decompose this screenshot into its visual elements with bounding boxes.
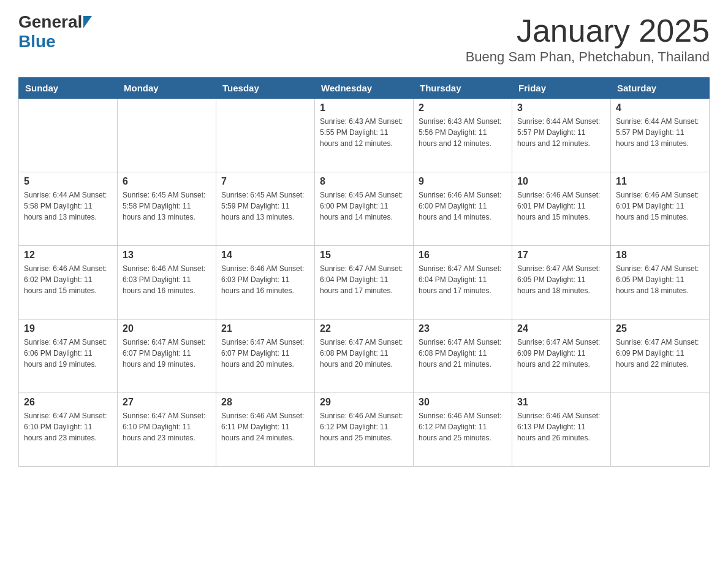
- logo: General Blue: [18, 12, 92, 52]
- cell-day-number: 26: [24, 397, 112, 408]
- calendar-cell: [19, 99, 118, 172]
- calendar-day-header: Thursday: [414, 78, 512, 99]
- calendar-day-header: Friday: [512, 78, 611, 99]
- cell-info: Sunrise: 6:47 AM Sunset: 6:04 PM Dayligh…: [320, 263, 408, 296]
- cell-day-number: 16: [419, 250, 507, 261]
- cell-day-number: 14: [221, 250, 309, 261]
- calendar-cell: 25Sunrise: 6:47 AM Sunset: 6:09 PM Dayli…: [611, 320, 710, 393]
- cell-day-number: 8: [320, 176, 408, 187]
- cell-info: Sunrise: 6:45 AM Sunset: 5:58 PM Dayligh…: [123, 190, 211, 223]
- cell-info: Sunrise: 6:47 AM Sunset: 6:10 PM Dayligh…: [123, 410, 211, 443]
- calendar-cell: 14Sunrise: 6:46 AM Sunset: 6:03 PM Dayli…: [216, 246, 315, 320]
- calendar-cell: 28Sunrise: 6:46 AM Sunset: 6:11 PM Dayli…: [216, 393, 315, 467]
- cell-day-number: 10: [517, 176, 605, 187]
- calendar-cell: 19Sunrise: 6:47 AM Sunset: 6:06 PM Dayli…: [19, 320, 118, 393]
- cell-day-number: 23: [419, 323, 507, 334]
- calendar-cell: 23Sunrise: 6:47 AM Sunset: 6:08 PM Dayli…: [414, 320, 512, 393]
- cell-info: Sunrise: 6:45 AM Sunset: 5:59 PM Dayligh…: [221, 190, 309, 223]
- calendar-cell: 2Sunrise: 6:43 AM Sunset: 5:56 PM Daylig…: [414, 99, 512, 172]
- calendar-week-row: 12Sunrise: 6:46 AM Sunset: 6:02 PM Dayli…: [19, 246, 710, 320]
- calendar-week-row: 1Sunrise: 6:43 AM Sunset: 5:55 PM Daylig…: [19, 99, 710, 172]
- logo-blue-text: Blue: [18, 32, 56, 51]
- cell-day-number: 18: [616, 250, 704, 261]
- calendar-cell: 24Sunrise: 6:47 AM Sunset: 6:09 PM Dayli…: [512, 320, 611, 393]
- cell-day-number: 2: [419, 102, 507, 113]
- cell-info: Sunrise: 6:47 AM Sunset: 6:08 PM Dayligh…: [419, 337, 507, 370]
- cell-info: Sunrise: 6:47 AM Sunset: 6:08 PM Dayligh…: [320, 337, 408, 370]
- cell-day-number: 25: [616, 323, 704, 334]
- calendar-cell: 29Sunrise: 6:46 AM Sunset: 6:12 PM Dayli…: [315, 393, 414, 467]
- title-section: January 2025 Bueng Sam Phan, Phetchabun,…: [466, 12, 710, 65]
- cell-info: Sunrise: 6:47 AM Sunset: 6:10 PM Dayligh…: [24, 410, 112, 443]
- cell-info: Sunrise: 6:44 AM Sunset: 5:57 PM Dayligh…: [517, 116, 605, 149]
- calendar-cell: 21Sunrise: 6:47 AM Sunset: 6:07 PM Dayli…: [216, 320, 315, 393]
- cell-info: Sunrise: 6:43 AM Sunset: 5:56 PM Dayligh…: [419, 116, 507, 149]
- cell-info: Sunrise: 6:47 AM Sunset: 6:07 PM Dayligh…: [221, 337, 309, 370]
- cell-day-number: 31: [517, 397, 605, 408]
- cell-info: Sunrise: 6:46 AM Sunset: 6:12 PM Dayligh…: [320, 410, 408, 443]
- cell-info: Sunrise: 6:47 AM Sunset: 6:09 PM Dayligh…: [616, 337, 704, 370]
- calendar-day-header: Sunday: [19, 78, 118, 99]
- cell-info: Sunrise: 6:43 AM Sunset: 5:55 PM Dayligh…: [320, 116, 408, 149]
- cell-day-number: 13: [123, 250, 211, 261]
- page-header: General Blue January 2025 Bueng Sam Phan…: [18, 12, 710, 65]
- cell-day-number: 20: [123, 323, 211, 334]
- cell-info: Sunrise: 6:47 AM Sunset: 6:06 PM Dayligh…: [24, 337, 112, 370]
- calendar-week-row: 5Sunrise: 6:44 AM Sunset: 5:58 PM Daylig…: [19, 172, 710, 246]
- calendar-cell: 3Sunrise: 6:44 AM Sunset: 5:57 PM Daylig…: [512, 99, 611, 172]
- cell-info: Sunrise: 6:46 AM Sunset: 6:12 PM Dayligh…: [419, 410, 507, 443]
- cell-day-number: 15: [320, 250, 408, 261]
- cell-day-number: 6: [123, 176, 211, 187]
- cell-day-number: 28: [221, 397, 309, 408]
- calendar-cell: 15Sunrise: 6:47 AM Sunset: 6:04 PM Dayli…: [315, 246, 414, 320]
- logo-triangle-icon: [83, 16, 92, 28]
- calendar-cell: 31Sunrise: 6:46 AM Sunset: 6:13 PM Dayli…: [512, 393, 611, 467]
- cell-day-number: 4: [616, 102, 704, 113]
- calendar-week-row: 26Sunrise: 6:47 AM Sunset: 6:10 PM Dayli…: [19, 393, 710, 467]
- calendar-cell: 8Sunrise: 6:45 AM Sunset: 6:00 PM Daylig…: [315, 172, 414, 246]
- cell-day-number: 30: [419, 397, 507, 408]
- calendar-cell: 17Sunrise: 6:47 AM Sunset: 6:05 PM Dayli…: [512, 246, 611, 320]
- cell-day-number: 24: [517, 323, 605, 334]
- cell-day-number: 17: [517, 250, 605, 261]
- cell-day-number: 22: [320, 323, 408, 334]
- cell-day-number: 9: [419, 176, 507, 187]
- cell-day-number: 21: [221, 323, 309, 334]
- cell-day-number: 19: [24, 323, 112, 334]
- calendar-table: SundayMondayTuesdayWednesdayThursdayFrid…: [18, 77, 710, 467]
- calendar-cell: 12Sunrise: 6:46 AM Sunset: 6:02 PM Dayli…: [19, 246, 118, 320]
- calendar-day-header: Saturday: [611, 78, 710, 99]
- calendar-cell: [118, 99, 216, 172]
- cell-day-number: 27: [123, 397, 211, 408]
- cell-info: Sunrise: 6:46 AM Sunset: 6:02 PM Dayligh…: [24, 263, 112, 296]
- calendar-cell: 5Sunrise: 6:44 AM Sunset: 5:58 PM Daylig…: [19, 172, 118, 246]
- cell-day-number: 7: [221, 176, 309, 187]
- cell-info: Sunrise: 6:44 AM Sunset: 5:57 PM Dayligh…: [616, 116, 704, 149]
- logo-general-text: General: [18, 12, 82, 32]
- cell-info: Sunrise: 6:46 AM Sunset: 6:01 PM Dayligh…: [517, 190, 605, 223]
- calendar-cell: 7Sunrise: 6:45 AM Sunset: 5:59 PM Daylig…: [216, 172, 315, 246]
- calendar-cell: 10Sunrise: 6:46 AM Sunset: 6:01 PM Dayli…: [512, 172, 611, 246]
- calendar-cell: 30Sunrise: 6:46 AM Sunset: 6:12 PM Dayli…: [414, 393, 512, 467]
- calendar-cell: 1Sunrise: 6:43 AM Sunset: 5:55 PM Daylig…: [315, 99, 414, 172]
- calendar-cell: 16Sunrise: 6:47 AM Sunset: 6:04 PM Dayli…: [414, 246, 512, 320]
- calendar-cell: 6Sunrise: 6:45 AM Sunset: 5:58 PM Daylig…: [118, 172, 216, 246]
- location-title: Bueng Sam Phan, Phetchabun, Thailand: [466, 49, 710, 65]
- calendar-cell: [216, 99, 315, 172]
- cell-day-number: 11: [616, 176, 704, 187]
- calendar-cell: 11Sunrise: 6:46 AM Sunset: 6:01 PM Dayli…: [611, 172, 710, 246]
- cell-info: Sunrise: 6:46 AM Sunset: 6:00 PM Dayligh…: [419, 190, 507, 223]
- calendar-cell: 13Sunrise: 6:46 AM Sunset: 6:03 PM Dayli…: [118, 246, 216, 320]
- calendar-cell: 4Sunrise: 6:44 AM Sunset: 5:57 PM Daylig…: [611, 99, 710, 172]
- cell-info: Sunrise: 6:47 AM Sunset: 6:05 PM Dayligh…: [517, 263, 605, 296]
- cell-info: Sunrise: 6:44 AM Sunset: 5:58 PM Dayligh…: [24, 190, 112, 223]
- cell-info: Sunrise: 6:47 AM Sunset: 6:09 PM Dayligh…: [517, 337, 605, 370]
- cell-info: Sunrise: 6:45 AM Sunset: 6:00 PM Dayligh…: [320, 190, 408, 223]
- month-title: January 2025: [466, 12, 710, 49]
- calendar-cell: 18Sunrise: 6:47 AM Sunset: 6:05 PM Dayli…: [611, 246, 710, 320]
- calendar-header-row: SundayMondayTuesdayWednesdayThursdayFrid…: [19, 78, 710, 99]
- calendar-cell: 26Sunrise: 6:47 AM Sunset: 6:10 PM Dayli…: [19, 393, 118, 467]
- calendar-day-header: Monday: [118, 78, 216, 99]
- calendar-day-header: Wednesday: [315, 78, 414, 99]
- cell-info: Sunrise: 6:46 AM Sunset: 6:03 PM Dayligh…: [221, 263, 309, 296]
